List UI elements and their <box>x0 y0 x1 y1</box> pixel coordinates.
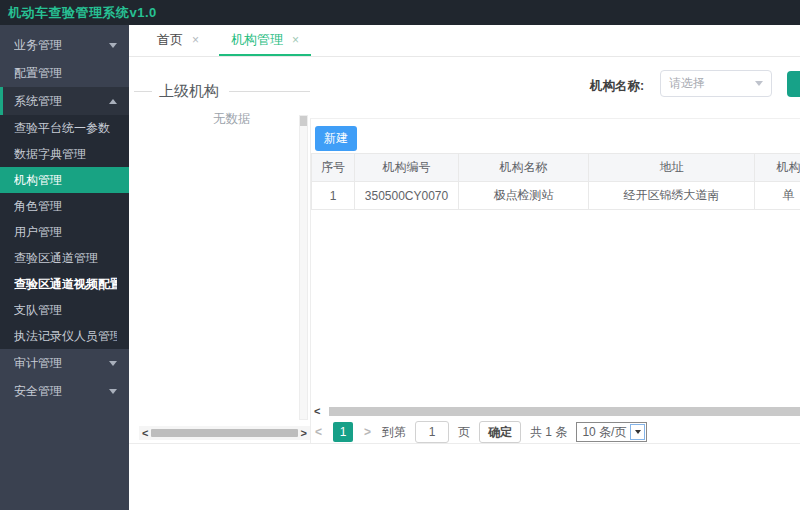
sidebar: 业务管理配置管理系统管理查验平台统一参数数据字典管理机构管理角色管理用户管理查验… <box>0 25 129 510</box>
content-bottom-border <box>129 443 800 444</box>
sidebar-item-label: 用户管理 <box>14 224 117 241</box>
sidebar-item[interactable]: 数据字典管理 <box>0 141 129 167</box>
chevron-down-icon <box>109 361 117 366</box>
sidebar-item[interactable]: 用户管理 <box>0 219 129 245</box>
table-cell: 350500CY0070 <box>355 182 459 210</box>
org-table: 序号机构编号机构名称地址机构1350500CY0070极点检测站经开区锦绣大道南… <box>311 153 800 211</box>
total-count: 共 1 条 <box>530 424 567 441</box>
sidebar-item-label: 角色管理 <box>14 198 117 215</box>
pagination: < 1 > 到第 页 确定 共 1 条 10 条/页 <box>313 420 647 444</box>
sidebar-menu: 业务管理配置管理系统管理查验平台统一参数数据字典管理机构管理角色管理用户管理查验… <box>0 25 129 405</box>
sidebar-item-label: 查验区通道视频配置管理 <box>14 276 117 293</box>
tree-horizontal-scrollbar[interactable]: < > <box>139 426 310 440</box>
close-icon[interactable]: × <box>292 33 299 47</box>
chevron-down-icon <box>109 389 117 394</box>
table-cell: 单 <box>755 182 800 210</box>
sidebar-item-label: 系统管理 <box>14 93 105 110</box>
sidebar-item[interactable]: 查验区通道管理 <box>0 245 129 271</box>
app-window: 机动车查验管理系统v1.0 业务管理配置管理系统管理查验平台统一参数数据字典管理… <box>0 0 800 510</box>
close-icon[interactable]: × <box>192 33 199 47</box>
table-cell: 经开区锦绣大道南 <box>589 182 755 210</box>
main-area: 首页×机构管理× 机构名称: 请选择 上级机构 无数据 < > 新建 序号机构编… <box>129 25 800 510</box>
page-size-value: 10 条/页 <box>582 424 626 441</box>
sidebar-item-label: 支队管理 <box>14 302 117 319</box>
prev-page-icon[interactable]: < <box>313 425 324 439</box>
table-header-cell: 机构名称 <box>459 154 589 182</box>
table-row[interactable]: 1350500CY0070极点检测站经开区锦绣大道南单 <box>312 182 800 210</box>
sidebar-item-label: 机构管理 <box>14 172 117 189</box>
sidebar-item[interactable]: 支队管理 <box>0 297 129 323</box>
sidebar-item-label: 查验区通道管理 <box>14 250 117 267</box>
chevron-down-icon <box>109 43 117 48</box>
sidebar-item-label: 执法记录仪人员管理 <box>14 328 117 345</box>
data-table: 序号机构编号机构名称地址机构1350500CY0070极点检测站经开区锦绣大道南… <box>311 153 800 210</box>
tab-active[interactable]: 机构管理× <box>219 25 311 56</box>
scrollbar-thumb[interactable] <box>329 407 800 416</box>
sidebar-item-label: 业务管理 <box>14 37 105 54</box>
vertical-scrollbar[interactable] <box>299 115 308 420</box>
chevron-down-icon <box>630 424 645 440</box>
scroll-left-icon[interactable]: < <box>311 406 323 417</box>
tab[interactable]: 首页× <box>145 25 211 56</box>
scrollbar-thumb[interactable] <box>300 116 307 126</box>
table-cell: 1 <box>312 182 355 210</box>
chevron-up-icon <box>109 99 117 104</box>
sidebar-item[interactable]: 角色管理 <box>0 193 129 219</box>
sidebar-item[interactable]: 审计管理 <box>0 349 129 377</box>
sidebar-item-label: 查验平台统一参数 <box>14 120 117 137</box>
sidebar-item[interactable]: 查验区通道视频配置管理 <box>0 271 129 297</box>
tab-label: 首页 <box>157 31 183 49</box>
scroll-right-icon[interactable]: > <box>298 428 310 439</box>
table-header-cell: 机构编号 <box>355 154 459 182</box>
new-button[interactable]: 新建 <box>315 126 357 151</box>
table-header-cell: 序号 <box>312 154 355 182</box>
org-name-label: 机构名称: <box>590 78 644 95</box>
table-header-row: 序号机构编号机构名称地址机构 <box>312 154 800 182</box>
org-name-select[interactable]: 请选择 <box>660 70 772 97</box>
app-title: 机动车查验管理系统v1.0 <box>8 0 157 25</box>
table-header-cell: 机构 <box>755 154 800 182</box>
tree-empty-text: 无数据 <box>213 111 251 128</box>
parent-org-title: 上级机构 <box>159 82 219 101</box>
sidebar-item-active[interactable]: 机构管理 <box>0 167 129 193</box>
sidebar-item[interactable]: 系统管理 <box>0 87 129 115</box>
sidebar-item-label: 数据字典管理 <box>14 146 117 163</box>
sidebar-item-label: 审计管理 <box>14 355 105 372</box>
next-page-icon[interactable]: > <box>362 425 373 439</box>
sidebar-item-label: 安全管理 <box>14 383 105 400</box>
table-header-cell: 地址 <box>589 154 755 182</box>
sidebar-item-label: 配置管理 <box>14 65 117 82</box>
page-size-select[interactable]: 10 条/页 <box>576 422 647 442</box>
page-unit-label: 页 <box>458 424 470 441</box>
tab-label: 机构管理 <box>231 31 283 49</box>
sidebar-item[interactable]: 安全管理 <box>0 377 129 405</box>
select-placeholder: 请选择 <box>669 75 755 92</box>
org-table-panel: 新建 序号机构编号机构名称地址机构1350500CY0070极点检测站经开区锦绣… <box>310 118 800 443</box>
sidebar-item[interactable]: 执法记录仪人员管理 <box>0 323 129 349</box>
sidebar-item[interactable]: 查验平台统一参数 <box>0 115 129 141</box>
scrollbar-thumb[interactable] <box>151 429 297 437</box>
search-button[interactable] <box>787 71 800 97</box>
table-cell: 极点检测站 <box>459 182 589 210</box>
table-horizontal-scrollbar[interactable]: < <box>311 405 800 418</box>
parent-org-section: 上级机构 <box>134 82 310 101</box>
goto-page-input[interactable] <box>415 421 449 443</box>
sidebar-item[interactable]: 配置管理 <box>0 59 129 87</box>
chevron-down-icon <box>755 81 763 86</box>
tab-bar: 首页×机构管理× <box>129 25 800 57</box>
page-number-active[interactable]: 1 <box>333 422 353 442</box>
topbar: 机动车查验管理系统v1.0 <box>0 0 800 25</box>
sidebar-item[interactable]: 业务管理 <box>0 31 129 59</box>
scroll-left-icon[interactable]: < <box>139 428 151 439</box>
confirm-button[interactable]: 确定 <box>479 421 521 443</box>
goto-label: 到第 <box>382 424 406 441</box>
